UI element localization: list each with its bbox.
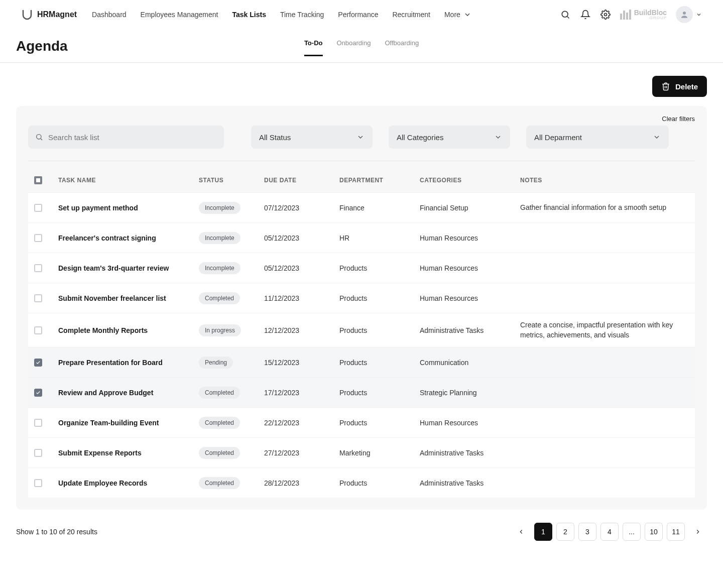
nav-right: BuildBloc GROUP [560,6,702,23]
row-checkbox[interactable] [34,479,42,487]
row-checkbox[interactable] [34,389,42,397]
table-header: TASK NAME STATUS DUE DATE DEPARTMENT CAT… [28,168,695,192]
cell-department: Products [339,389,420,397]
cell-categories: Human Resources [420,294,520,302]
cell-status: Incomplete [199,202,264,214]
nav-time-tracking[interactable]: Time Tracking [280,11,324,19]
page-toolbar: Delete [0,63,723,97]
status-badge: Incomplete [199,202,240,214]
status-badge: Incomplete [199,262,240,274]
cell-department: Products [339,264,420,272]
page-number[interactable]: 4 [600,523,619,541]
cell-task-name: Set up payment method [58,204,199,212]
company-logo-bars-icon [620,10,631,20]
nav-task-lists[interactable]: Task Lists [232,11,266,19]
search-icon[interactable] [560,9,571,20]
trash-icon [661,82,670,91]
delete-button-label: Delete [675,82,698,91]
cell-status: Completed [199,387,264,399]
row-checkbox[interactable] [34,326,42,334]
gear-icon[interactable] [600,9,611,20]
status-filter-value: All Status [259,133,291,142]
clear-filters-row: Clear filters [28,115,695,123]
cell-status: Pending [199,357,264,369]
company-logo-text: BuildBloc GROUP [634,9,667,20]
avatar [676,6,693,23]
chevron-down-icon [653,133,661,141]
filter-panel: Clear filters All Status All Categories … [16,106,707,510]
table-row[interactable]: Complete Monthly ReportsIn progress12/12… [28,313,695,347]
page-number[interactable]: 1 [534,523,552,541]
page-prev[interactable] [512,523,530,541]
cell-due-date: 07/12/2023 [264,204,339,212]
cell-task-name: Submit November freelancer list [58,294,199,302]
status-badge: Pending [199,357,233,369]
table-row[interactable]: Freelancer's contract signingIncomplete0… [28,222,695,253]
cell-department: Finance [339,204,420,212]
page-number[interactable]: 3 [578,523,596,541]
page-tabs: To-Do Onboarding Offboarding [304,36,419,56]
row-checkbox[interactable] [34,449,42,457]
svg-point-3 [683,12,686,15]
cell-department: Products [339,326,420,334]
table-row[interactable]: Update Employee RecordsCompleted28/12/20… [28,467,695,498]
select-all-checkbox[interactable] [34,176,42,184]
nav-recruitment[interactable]: Recruitment [392,11,430,19]
status-badge: In progress [199,324,241,336]
cell-department: Marketing [339,449,420,457]
department-filter[interactable]: All Deparment [526,126,669,149]
row-checkbox[interactable] [34,264,42,272]
nav-dashboard[interactable]: Dashboard [92,11,127,19]
table-row[interactable]: Set up payment methodIncomplete07/12/202… [28,192,695,222]
cell-status: Incomplete [199,262,264,274]
search-box[interactable] [28,126,224,149]
tab-to-do[interactable]: To-Do [304,36,323,56]
status-badge: Completed [199,477,240,489]
status-badge: Completed [199,417,240,429]
table-row[interactable]: Design team's 3rd-quarter reviewIncomple… [28,253,695,283]
page-number[interactable]: 11 [667,523,685,541]
status-filter[interactable]: All Status [251,126,373,149]
categories-filter[interactable]: All Categories [389,126,510,149]
pagination-row: Show 1 to 10 of 20 results 1234...1011 [0,510,723,556]
row-checkbox[interactable] [34,359,42,367]
nav-more[interactable]: More [444,11,471,19]
status-badge: Completed [199,447,240,459]
table-row[interactable]: Submit November freelancer listCompleted… [28,283,695,313]
row-checkbox[interactable] [34,419,42,427]
row-checkbox[interactable] [34,204,42,212]
table-row[interactable]: Organize Team-building EventCompleted22/… [28,407,695,437]
bell-icon[interactable] [580,9,591,20]
delete-button[interactable]: Delete [652,76,707,97]
svg-point-4 [37,135,41,139]
col-categories: CATEGORIES [420,177,520,184]
cell-categories: Human Resources [420,419,520,427]
table-row[interactable]: Prepare Presentation for BoardPending15/… [28,347,695,377]
search-icon [35,133,43,141]
table-row[interactable]: Submit Expense ReportsCompleted27/12/202… [28,437,695,467]
nav-performance[interactable]: Performance [338,11,378,19]
page-next[interactable] [689,523,707,541]
page-number[interactable]: 10 [645,523,663,541]
tab-offboarding[interactable]: Offboarding [385,36,419,56]
nav-employees-management[interactable]: Employees Management [141,11,218,19]
cell-task-name: Prepare Presentation for Board [58,359,199,367]
row-checkbox[interactable] [34,294,42,302]
user-menu[interactable] [676,6,702,23]
cell-categories: Human Resources [420,234,520,242]
cell-categories: Human Resources [420,264,520,272]
tab-onboarding[interactable]: Onboarding [336,36,371,56]
cell-task-name: Submit Expense Reports [58,449,199,457]
clear-filters-link[interactable]: Clear filters [662,115,695,123]
svg-point-0 [562,11,568,17]
cell-status: Incomplete [199,232,264,244]
cell-task-name: Complete Monthly Reports [58,326,199,334]
cell-status: Completed [199,447,264,459]
cell-task-name: Design team's 3rd-quarter review [58,264,199,272]
table-row[interactable]: Review and Approve BudgetCompleted17/12/… [28,377,695,407]
cell-categories: Administrative Tasks [420,326,520,334]
row-checkbox[interactable] [34,234,42,242]
cell-categories: Communication [420,359,520,367]
search-input[interactable] [48,133,217,142]
page-number[interactable]: 2 [556,523,574,541]
